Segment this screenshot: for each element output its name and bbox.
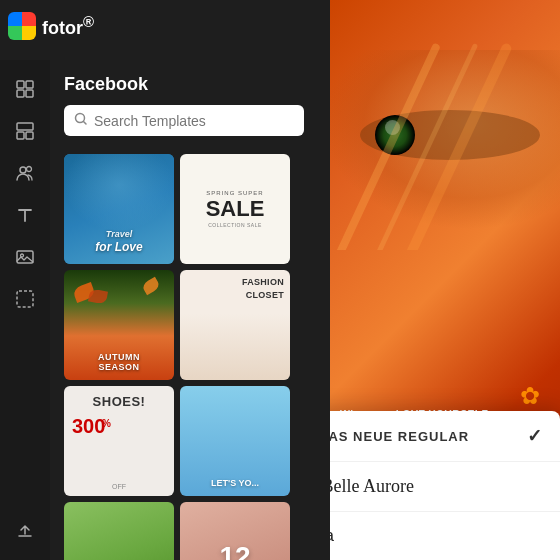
canvas-area: When you LOVE YOURSELF, that's when you'… <box>330 0 560 560</box>
svg-rect-0 <box>17 81 24 88</box>
image-icon[interactable] <box>8 240 42 274</box>
template-item[interactable]: Happy Birthday <box>64 502 174 560</box>
template-item[interactable]: FASHIONCLOSET <box>180 270 290 380</box>
svg-rect-1 <box>26 81 33 88</box>
logo-text: fotor® <box>42 13 94 39</box>
font-name-srira: Srira <box>330 526 334 546</box>
template-item[interactable]: Travel for Love <box>64 154 174 264</box>
people-icon[interactable] <box>8 156 42 190</box>
template-item[interactable]: AUTUMNSEASON <box>64 270 174 380</box>
font-name-la-belle: La Belle Aurore <box>330 476 414 497</box>
layout-icon[interactable] <box>8 72 42 106</box>
font-option-bebas[interactable]: BEBAS NEUE REGULAR ✓ <box>330 411 560 462</box>
svg-rect-2 <box>17 90 24 97</box>
svg-point-7 <box>20 167 26 173</box>
search-bar[interactable] <box>64 105 304 136</box>
font-dropdown: BEBAS NEUE REGULAR ✓ La Belle Aurore Sri… <box>330 411 560 560</box>
search-input[interactable] <box>94 113 294 129</box>
font-option-srira[interactable]: Srira <box>330 512 560 560</box>
sale-overlay: SPRING SUPER SALE COLLECTION SALE <box>206 190 265 228</box>
logo-reg: ® <box>83 13 94 30</box>
selected-checkmark: ✓ <box>527 425 542 447</box>
grid-icon[interactable] <box>8 114 42 148</box>
font-name-bebas: BEBAS NEUE REGULAR <box>330 429 469 444</box>
template-item[interactable]: SHOES! 300 % OFF <box>64 386 174 496</box>
upload-icon[interactable] <box>8 514 42 548</box>
svg-rect-11 <box>17 291 33 307</box>
svg-rect-6 <box>26 132 33 139</box>
svg-rect-4 <box>17 123 33 130</box>
search-icon <box>74 112 88 129</box>
texture-icon[interactable] <box>8 282 42 316</box>
sale-main-text: SALE <box>206 196 265 222</box>
font-option-la-belle[interactable]: La Belle Aurore <box>330 462 560 512</box>
fotor-logo-icon <box>8 12 36 40</box>
template-item[interactable]: 12 <box>180 502 290 560</box>
template-item[interactable]: LET'S YO... <box>180 386 290 496</box>
svg-rect-9 <box>17 251 33 263</box>
template-item[interactable]: SPRING SUPER SALE COLLECTION SALE <box>180 154 290 264</box>
logo-area: fotor® <box>8 12 94 40</box>
svg-point-8 <box>27 167 32 172</box>
sidebar <box>0 60 50 560</box>
svg-rect-3 <box>26 90 33 97</box>
text-icon[interactable] <box>8 198 42 232</box>
svg-rect-5 <box>17 132 24 139</box>
